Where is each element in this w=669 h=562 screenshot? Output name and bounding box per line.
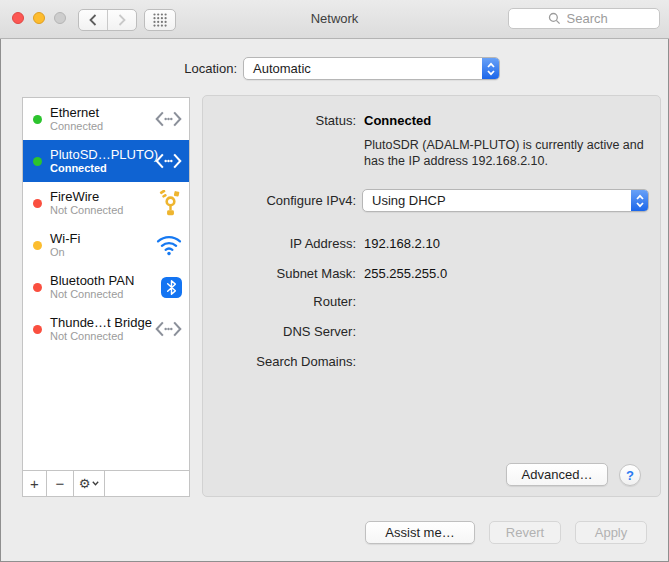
chevron-down-icon	[92, 481, 99, 486]
interface-list: Ethernet Connected PlutoSD…PLUTO) Connec…	[22, 97, 190, 497]
status-dot-red	[33, 325, 42, 334]
interface-name: Ethernet	[50, 105, 155, 120]
interface-list-items: Ethernet Connected PlutoSD…PLUTO) Connec…	[23, 98, 189, 470]
sidebar-item-firewire[interactable]: FireWire Not Connected	[23, 182, 189, 224]
status-label: Status:	[203, 113, 356, 128]
ip-address-label: IP Address:	[203, 236, 356, 251]
ethernet-icon	[155, 321, 182, 337]
popup-stepper-icon	[482, 58, 499, 79]
action-menu-button[interactable]: ⚙	[74, 471, 105, 496]
sidebar-item-wifi[interactable]: Wi-Fi On	[23, 224, 189, 266]
gear-icon: ⚙	[79, 477, 91, 490]
interface-name: PlutoSD…PLUTO)	[50, 147, 155, 162]
interface-name: Thunde…t Bridge	[50, 315, 155, 330]
status-dot-red	[33, 199, 42, 208]
network-preferences-window: Network Location: Automatic Ethernet Con…	[0, 0, 669, 562]
status-dot-green	[33, 115, 42, 124]
search-icon	[548, 12, 561, 25]
interface-name: FireWire	[50, 189, 159, 204]
status-description: PlutoSDR (ADALM-PLUTO) is currently acti…	[364, 137, 656, 169]
interface-status: Not Connected	[50, 288, 161, 301]
status-dot-green	[33, 157, 42, 166]
interface-status: Connected	[50, 162, 155, 175]
interface-status: Connected	[50, 120, 155, 133]
interface-name: Bluetooth PAN	[50, 273, 161, 288]
title-bar: Network	[0, 0, 669, 39]
configure-ipv4-value: Using DHCP	[363, 193, 631, 208]
sidebar-item-bluetooth-pan[interactable]: Bluetooth PAN Not Connected	[23, 266, 189, 308]
ip-address-value: 192.168.2.10	[364, 236, 440, 251]
interface-list-toolbar: + − ⚙	[23, 470, 189, 496]
help-button[interactable]: ?	[619, 464, 641, 486]
search-input[interactable]	[565, 10, 621, 27]
status-dot-yellow	[33, 241, 42, 250]
interface-status: Not Connected	[50, 330, 155, 343]
search-field[interactable]	[508, 8, 660, 29]
configure-ipv4-label: Configure IPv4:	[203, 193, 356, 208]
wifi-icon	[156, 235, 182, 256]
interface-status: Not Connected	[50, 204, 159, 217]
location-row: Location: Automatic	[0, 57, 669, 81]
revert-button[interactable]: Revert	[489, 521, 561, 544]
advanced-button[interactable]: Advanced…	[506, 463, 608, 486]
assist-me-button[interactable]: Assist me…	[365, 521, 475, 544]
router-label: Router:	[203, 294, 356, 309]
interface-name: Wi-Fi	[50, 231, 156, 246]
sidebar-item-ethernet[interactable]: Ethernet Connected	[23, 98, 189, 140]
configure-ipv4-dropdown[interactable]: Using DHCP	[362, 189, 649, 212]
status-value: Connected	[364, 113, 431, 128]
apply-button[interactable]: Apply	[575, 521, 647, 544]
firewire-icon	[159, 190, 182, 216]
subnet-mask-label: Subnet Mask:	[203, 266, 356, 281]
bluetooth-icon	[161, 277, 182, 298]
popup-stepper-icon	[631, 190, 648, 211]
subnet-mask-value: 255.255.255.0	[364, 266, 447, 281]
location-label: Location:	[184, 61, 237, 76]
location-dropdown[interactable]: Automatic	[243, 57, 500, 80]
status-dot-red	[33, 283, 42, 292]
dns-server-label: DNS Server:	[203, 324, 356, 339]
toolbar-spacer	[105, 471, 189, 496]
sidebar-item-plutosdr[interactable]: PlutoSD…PLUTO) Connected	[23, 140, 189, 182]
sidebar-item-thunderbolt-bridge[interactable]: Thunde…t Bridge Not Connected	[23, 308, 189, 350]
add-interface-button[interactable]: +	[23, 471, 47, 496]
remove-interface-button[interactable]: −	[47, 471, 74, 496]
ethernet-icon	[155, 153, 182, 169]
ethernet-icon	[155, 111, 182, 127]
search-domains-label: Search Domains:	[203, 354, 356, 369]
interface-status: On	[50, 246, 156, 259]
location-value: Automatic	[244, 61, 482, 76]
interface-detail-panel: Status: Connected PlutoSDR (ADALM-PLUTO)…	[202, 95, 661, 497]
